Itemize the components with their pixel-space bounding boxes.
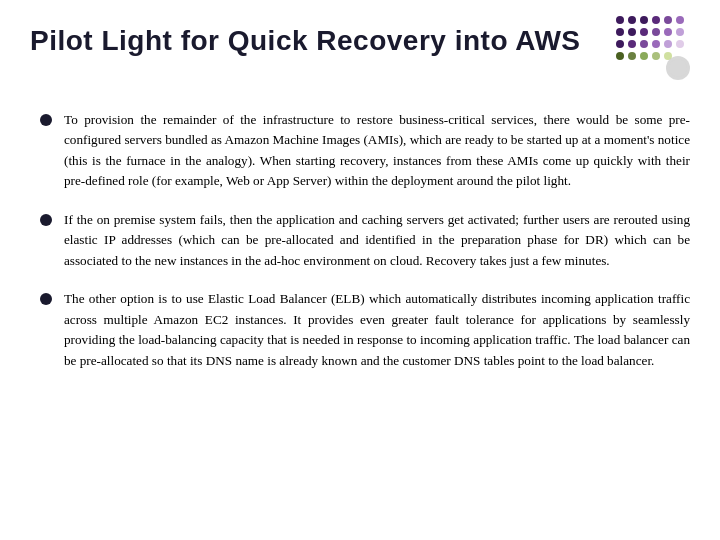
- svg-point-17: [676, 40, 684, 48]
- svg-point-8: [640, 28, 648, 36]
- page: Pilot Light for Quick Recovery into AWS: [0, 0, 720, 540]
- bullet-icon-2: [40, 214, 52, 226]
- svg-point-2: [640, 16, 648, 24]
- svg-point-0: [616, 16, 624, 24]
- svg-point-11: [676, 28, 684, 36]
- bullet-text-3: The other option is to use Elastic Load …: [64, 289, 690, 371]
- svg-point-1: [628, 16, 636, 24]
- dots-decoration-icon: [610, 12, 690, 92]
- page-title: Pilot Light for Quick Recovery into AWS: [30, 20, 581, 58]
- svg-point-9: [652, 28, 660, 36]
- bullet-item-2: If the on premise system fails, then the…: [40, 210, 690, 271]
- svg-point-18: [616, 52, 624, 60]
- header: Pilot Light for Quick Recovery into AWS: [30, 20, 690, 92]
- content-area: To provision the remainder of the infras…: [30, 110, 690, 371]
- svg-point-3: [652, 16, 660, 24]
- bullet-icon-3: [40, 293, 52, 305]
- svg-point-14: [640, 40, 648, 48]
- svg-point-4: [664, 16, 672, 24]
- svg-point-24: [669, 59, 687, 77]
- svg-point-20: [640, 52, 648, 60]
- svg-point-15: [652, 40, 660, 48]
- svg-point-5: [676, 16, 684, 24]
- svg-point-7: [628, 28, 636, 36]
- svg-point-13: [628, 40, 636, 48]
- bullet-icon-1: [40, 114, 52, 126]
- svg-point-6: [616, 28, 624, 36]
- bullet-text-1: To provision the remainder of the infras…: [64, 110, 690, 192]
- svg-point-19: [628, 52, 636, 60]
- svg-point-12: [616, 40, 624, 48]
- svg-point-10: [664, 28, 672, 36]
- bullet-text-2: If the on premise system fails, then the…: [64, 210, 690, 271]
- bullet-item-1: To provision the remainder of the infras…: [40, 110, 690, 192]
- svg-point-21: [652, 52, 660, 60]
- svg-point-16: [664, 40, 672, 48]
- bullet-item-3: The other option is to use Elastic Load …: [40, 289, 690, 371]
